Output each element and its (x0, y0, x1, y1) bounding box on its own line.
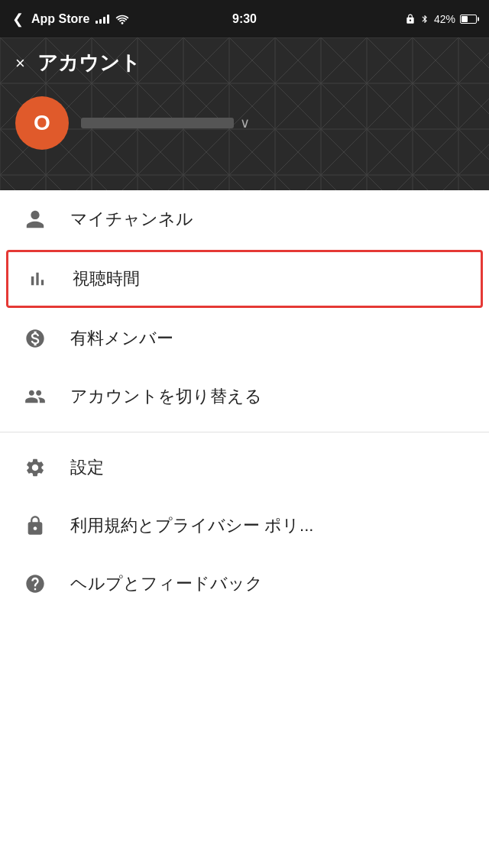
lock-icon (23, 513, 47, 538)
account-info: ∨ (81, 115, 474, 131)
app-store-label: App Store (31, 12, 89, 26)
screen-lock-icon (405, 14, 416, 24)
help-icon (23, 572, 47, 596)
menu-item-terms[interactable]: 利用規約とプライバシー ポリ... (0, 497, 489, 555)
status-left: ❮ App Store (12, 11, 129, 28)
status-right: 42% (405, 13, 477, 25)
gear-icon (23, 455, 47, 480)
settings-label: 設定 (70, 456, 104, 479)
wifi-icon (115, 14, 129, 24)
battery-icon (460, 15, 477, 24)
switch-account-label: アカウントを切り替える (70, 385, 262, 408)
status-bar: ❮ App Store 9:30 42% (0, 0, 489, 37)
account-profile: O ∨ (0, 89, 489, 165)
header-nav: × アカウント (0, 37, 489, 89)
terms-label: 利用規約とプライバシー ポリ... (70, 514, 313, 537)
person-icon (23, 207, 47, 232)
status-time: 9:30 (232, 12, 257, 26)
my-channel-label: マイチャンネル (70, 208, 193, 231)
help-label: ヘルプとフィードバック (70, 572, 263, 595)
menu-section: マイチャンネル 視聴時間 有料メンバー アカウントを切り替える 設定 利用規 (0, 190, 489, 613)
header-title: アカウント (37, 50, 141, 76)
menu-item-my-channel[interactable]: マイチャンネル (0, 190, 489, 248)
close-button[interactable]: × (15, 55, 25, 72)
watch-time-label: 視聴時間 (73, 267, 140, 290)
menu-item-help[interactable]: ヘルプとフィードバック (0, 555, 489, 613)
menu-item-paid-member[interactable]: 有料メンバー (0, 309, 489, 368)
paid-member-label: 有料メンバー (70, 327, 173, 350)
header-section: × アカウント O ∨ (0, 37, 489, 190)
menu-divider (0, 432, 489, 432)
battery-percent: 42% (434, 13, 455, 25)
chevron-down-icon[interactable]: ∨ (240, 115, 250, 131)
menu-item-switch-account[interactable]: アカウントを切り替える (0, 368, 489, 426)
menu-item-settings[interactable]: 設定 (0, 439, 489, 497)
account-name-bar (81, 118, 234, 128)
avatar[interactable]: O (15, 96, 69, 150)
signal-bars-icon (96, 15, 109, 24)
bluetooth-icon (420, 14, 429, 24)
menu-item-watch-time[interactable]: 視聴時間 (6, 250, 483, 308)
switch-account-icon (23, 384, 47, 409)
dollar-icon (23, 326, 47, 351)
chart-icon (25, 267, 50, 291)
back-arrow: ❮ (12, 11, 24, 28)
